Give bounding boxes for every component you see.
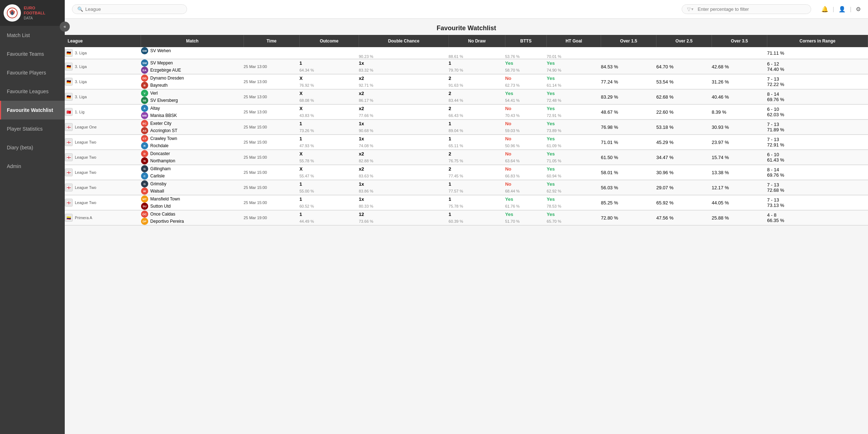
col-over15: Over 1.5 bbox=[601, 35, 656, 47]
settings-icon[interactable]: ⚙ bbox=[856, 6, 861, 13]
outcome1-top: 1 bbox=[299, 180, 359, 187]
league-name: League Two bbox=[75, 140, 96, 144]
team-logo: DD bbox=[141, 74, 148, 82]
o25-cell: 53.54 % bbox=[656, 74, 712, 89]
filter-box[interactable]: ▽ ▼ bbox=[682, 4, 811, 14]
logo-text: EUROFOOTBALLDATA bbox=[24, 5, 45, 21]
btts2-bottom: 62.73 % bbox=[505, 82, 547, 89]
dc2-bottom: 92.71 % bbox=[359, 82, 449, 89]
dc1-top: x2 bbox=[359, 89, 449, 97]
col-over25: Over 2.5 bbox=[656, 35, 712, 47]
filter-input[interactable] bbox=[698, 6, 806, 12]
outcome1-top: 1 bbox=[299, 195, 359, 203]
sidebar-item-diary-beta[interactable]: Diary (beta) bbox=[0, 138, 65, 157]
o35-cell: 30.93 % bbox=[712, 119, 767, 135]
team-logo: G bbox=[141, 180, 148, 187]
dc1-top bbox=[359, 47, 449, 54]
btts-value: Yes bbox=[547, 212, 555, 217]
dc2-bottom: 73.66 % bbox=[359, 218, 449, 225]
sidebar-item-admin[interactable]: Admin bbox=[0, 157, 65, 176]
main-content: 🔍 ▽ ▼ 🔔 | 👤 | ⚙ Favourite Watchlist Leag… bbox=[65, 0, 868, 434]
sidebar-item-favourite-players[interactable]: Favourite Players bbox=[0, 63, 65, 82]
corners-cell: 71.11 % bbox=[767, 47, 868, 59]
time-cell: 25 Mar 15:00 bbox=[244, 195, 299, 210]
btts1-top: No bbox=[505, 74, 547, 82]
btts-value: No bbox=[505, 166, 511, 172]
league-name: League Two bbox=[75, 155, 96, 159]
table-row: 🏴󠁧󠁢󠁥󠁮󠁧󠁿 League One EC Exeter City 25 Mar… bbox=[65, 119, 868, 127]
nd2-bottom: 77.57 % bbox=[449, 187, 505, 195]
nd2-bottom: 79.70 % bbox=[449, 67, 505, 74]
o25-cell: 45.29 % bbox=[656, 135, 712, 150]
corners-cell: 8 - 14 69.76 % bbox=[767, 165, 868, 180]
htg2-bottom: 65.70 % bbox=[547, 218, 601, 225]
outcome2-bottom: 60.52 % bbox=[299, 203, 359, 210]
league-name: League One bbox=[75, 125, 97, 129]
htg2-bottom: 72.91 % bbox=[547, 112, 601, 119]
team2-name: Accrington ST bbox=[150, 128, 177, 133]
outcome2-bottom: 47.93 % bbox=[299, 142, 359, 150]
league-icon: 🏴󠁧󠁢󠁥󠁮󠁧󠁿 bbox=[65, 153, 73, 161]
dc2-bottom: 90.23 % bbox=[359, 54, 449, 59]
nd1-top: 2 bbox=[449, 165, 505, 172]
btts-value: Yes bbox=[505, 196, 513, 202]
outcome2-bottom: 76.92 % bbox=[299, 82, 359, 89]
nd2-bottom: 89.04 % bbox=[449, 127, 505, 135]
outcome2-bottom: 44.49 % bbox=[299, 218, 359, 225]
team1-cell: V Verl bbox=[141, 89, 244, 97]
htg1-top: Yes bbox=[547, 210, 601, 218]
time-cell: 25 Mar 15:00 bbox=[244, 119, 299, 135]
notification-icon[interactable]: 🔔 bbox=[821, 6, 828, 13]
col-league: League bbox=[65, 35, 141, 47]
league-name: League Two bbox=[75, 200, 96, 205]
league-name: 3. Liga bbox=[75, 80, 87, 84]
team2-cell: B Bayreuth bbox=[141, 82, 244, 89]
user-icon[interactable]: 👤 bbox=[839, 6, 846, 13]
team2-cell: N Northampton bbox=[141, 157, 244, 165]
btts2-bottom: 63.64 % bbox=[505, 157, 547, 165]
team2-name: Rochdale bbox=[150, 143, 169, 148]
table-header: League Match Time Outcome Double Chance … bbox=[65, 35, 868, 47]
table-row: 🏴󠁧󠁢󠁥󠁮󠁧󠁿 League Two G Gillingham 25 Mar 1… bbox=[65, 165, 868, 172]
outcome1-top: X bbox=[299, 150, 359, 157]
o15-cell: 56.03 % bbox=[601, 180, 656, 195]
col-no-draw: No Draw bbox=[449, 35, 505, 47]
team-logo: V bbox=[141, 90, 148, 97]
o15-cell: 72.80 % bbox=[601, 210, 656, 225]
search-input[interactable] bbox=[85, 6, 182, 12]
sidebar-item-favourite-teams[interactable]: Favourite Teams bbox=[0, 45, 65, 63]
sidebar-item-favourite-watchlist[interactable]: Favourite Watchlist bbox=[0, 101, 65, 119]
btts2-bottom: 68.44 % bbox=[505, 187, 547, 195]
btts1-top: No bbox=[505, 119, 547, 127]
team-logo: MB bbox=[141, 112, 148, 119]
dc1-top: 12 bbox=[359, 210, 449, 218]
time-cell: 25 Mar 19:00 bbox=[244, 210, 299, 225]
page-title: Favourite Watchlist bbox=[65, 19, 868, 35]
sidebar-item-match-list[interactable]: Match List bbox=[0, 26, 65, 45]
htg2-bottom: 70.01 % bbox=[547, 54, 601, 59]
outcome2-bottom: 68.08 % bbox=[299, 97, 359, 104]
team-logo: W bbox=[141, 187, 148, 195]
icon-divider2: | bbox=[850, 6, 851, 13]
team2-cell: DP Deportivo Pereira bbox=[141, 218, 244, 225]
table-row: 🏴󠁧󠁢󠁥󠁮󠁧󠁿 League Two MT Mansfield Town 25 … bbox=[65, 195, 868, 203]
sidebar-item-player-statistics[interactable]: Player Statistics bbox=[0, 119, 65, 138]
corners-cell: 7 - 13 71.89 % bbox=[767, 119, 868, 135]
league-name: 3. Liga bbox=[75, 95, 87, 99]
team-logo: OC bbox=[141, 211, 148, 218]
league-cell: 🇩🇪 3. Liga bbox=[65, 59, 141, 74]
logo-icon bbox=[4, 4, 21, 22]
time-cell: 25 Mar 15:00 bbox=[244, 180, 299, 195]
btts2-bottom: 54.41 % bbox=[505, 97, 547, 104]
o35-cell bbox=[712, 47, 767, 59]
sidebar-item-favourite-leagues[interactable]: Favourite Leagues bbox=[0, 82, 65, 101]
team-logo: EC bbox=[141, 120, 148, 127]
btts2-bottom: 61.76 % bbox=[505, 203, 547, 210]
o35-cell: 31.26 % bbox=[712, 74, 767, 89]
o25-cell bbox=[656, 47, 712, 59]
team-logo: B bbox=[141, 82, 148, 89]
dc2-bottom: 86.17 % bbox=[359, 97, 449, 104]
table-row: 🇩🇪 3. Liga SW SV Wehen 71.11 % bbox=[65, 47, 868, 54]
search-box[interactable]: 🔍 bbox=[72, 4, 187, 14]
collapse-button[interactable]: « bbox=[60, 22, 70, 32]
